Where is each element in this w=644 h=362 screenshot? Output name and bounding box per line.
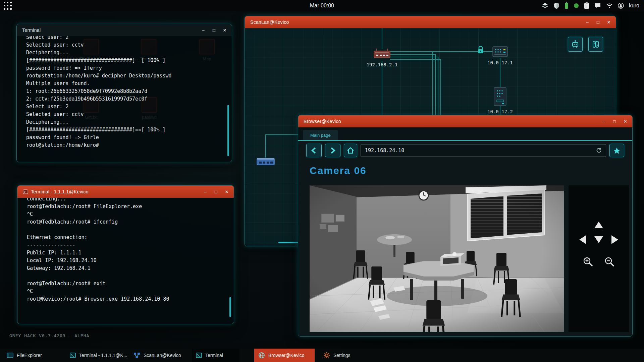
node-ip-label: 192.168.2.1: [362, 62, 402, 67]
battery-icon[interactable]: [565, 2, 569, 9]
minimize-button[interactable]: –: [203, 189, 208, 194]
url-text: 192.168.24.10: [365, 147, 404, 154]
taskbar-item-settings[interactable]: Settings: [319, 349, 355, 362]
taskbar-item-label: Browser@Kevico: [268, 353, 305, 358]
window-titlebar[interactable]: Browser@Kevico – □ ✕: [298, 115, 632, 127]
scan-filter-button[interactable]: [588, 37, 603, 52]
network-node-router[interactable]: 192.168.2.1: [362, 48, 402, 67]
refresh-icon[interactable]: [596, 147, 602, 154]
terminal-line: root@Tedblachu:/root# ifconfig: [27, 218, 234, 226]
app-launcher-button[interactable]: [3, 1, 12, 10]
compare-icon: [591, 40, 600, 49]
zoom-out-button[interactable]: [604, 256, 615, 267]
username-label[interactable]: kuro: [629, 3, 639, 9]
maximize-button[interactable]: □: [212, 28, 216, 33]
server-icon: [492, 46, 508, 57]
user-icon[interactable]: [618, 3, 624, 9]
system-tray: kuro: [542, 2, 644, 9]
taskbar: FileExplorer Terminal - 1.1.1.1@K... Sca…: [0, 349, 644, 362]
shield-icon[interactable]: [553, 2, 559, 9]
taskbar-item-fileexplorer[interactable]: FileExplorer: [3, 349, 46, 362]
window-titlebar[interactable]: ScanLan@Kevico – □ ✕: [245, 16, 616, 28]
window-titlebar[interactable]: Terminal – □ ✕: [17, 24, 232, 36]
maximize-button[interactable]: □: [596, 20, 600, 25]
minimize-button[interactable]: –: [601, 119, 606, 124]
back-button[interactable]: [306, 144, 322, 157]
maximize-button[interactable]: □: [214, 189, 218, 194]
terminal-output[interactable]: Select user: 2 Selected user: cctv Decip…: [17, 36, 232, 162]
clipboard-icon[interactable]: [584, 2, 589, 9]
star-icon: [613, 147, 621, 154]
browser-window: Browser@Kevico – □ ✕ Main page 192.168.2…: [298, 115, 633, 337]
terminal-line: [27, 272, 234, 280]
camera-zoom-row: [569, 256, 629, 267]
maximize-button[interactable]: □: [612, 119, 617, 124]
taskbar-item-label: Terminal: [205, 353, 223, 358]
router-icon: [373, 48, 391, 59]
forward-button[interactable]: [325, 144, 340, 157]
arrow-down-icon: [594, 236, 604, 244]
back-arrow-icon: [310, 147, 318, 154]
terminal-remote-window: Terminal - 1.1.1.1@Kevico – □ ✕ Connecti…: [17, 185, 234, 324]
terminal-line: [27, 226, 234, 234]
terminal-line: ^C: [27, 288, 234, 295]
camera-right-button[interactable]: [607, 232, 623, 247]
scrollbar[interactable]: [227, 105, 229, 156]
terminal-output[interactable]: Connecting... root@Tedblachu:/root# File…: [17, 198, 234, 324]
camera-up-button[interactable]: [591, 218, 607, 232]
taskbar-item-label: FileExplorer: [17, 353, 42, 358]
layers-icon[interactable]: [542, 3, 548, 9]
taskbar-item-terminal-remote[interactable]: Terminal - 1.1.1.1@K...: [66, 349, 131, 362]
gear-icon: [323, 352, 330, 359]
close-button[interactable]: ✕: [224, 189, 229, 194]
taskbar-item-terminal[interactable]: Terminal: [192, 349, 239, 362]
camera-heading: Camera 06: [310, 165, 632, 176]
window-title: Browser@Kevico: [304, 119, 601, 124]
bookmark-button[interactable]: [609, 144, 624, 157]
close-button[interactable]: ✕: [606, 20, 611, 25]
terminal-line: ^C: [27, 210, 234, 218]
file-explorer-icon: [7, 353, 13, 358]
terminal-line: Selected user: cctv: [26, 41, 232, 49]
url-bar[interactable]: 192.168.24.10: [361, 144, 606, 157]
minimize-button[interactable]: –: [585, 20, 590, 25]
minimize-button[interactable]: –: [201, 28, 206, 33]
taskbar-item-label: Terminal - 1.1.1.1@K...: [79, 353, 127, 358]
globe-icon: [258, 352, 265, 359]
terminal-app-icon: [23, 189, 28, 194]
window-controls: – □ ✕: [585, 20, 611, 25]
tab-main-page[interactable]: Main page: [303, 130, 338, 140]
home-button[interactable]: [344, 144, 357, 157]
scrollbar[interactable]: [229, 297, 231, 317]
terminal-line: Connecting...: [27, 198, 234, 203]
network-node-server2[interactable]: 10.0.17.2: [480, 87, 520, 114]
network-node-switch[interactable]: [246, 157, 286, 168]
zoom-out-icon: [604, 256, 615, 267]
terminal-text: Connecting... root@Tedblachu:/root# File…: [27, 198, 234, 303]
terminal-line: root@Tedblachu:/root# FileExplorer.exe: [27, 203, 234, 210]
close-button[interactable]: ✕: [222, 28, 227, 33]
terminal-line: 1: root:26b6633257058de9f70992e8b8b2aa7d: [26, 87, 232, 95]
scan-device-button[interactable]: [568, 37, 583, 52]
terminal-window: Terminal – □ ✕ Select user: 2 Selected u…: [16, 24, 232, 162]
window-title: Terminal: [22, 27, 201, 33]
wifi-icon[interactable]: [606, 3, 613, 8]
window-titlebar[interactable]: Terminal - 1.1.1.1@Kevico – □ ✕: [17, 186, 234, 198]
network-node-server1[interactable]: 10.0.17.1: [480, 46, 520, 65]
window-title: ScanLan@Kevico: [250, 19, 585, 25]
chat-icon[interactable]: [594, 3, 601, 9]
window-controls: – □ ✕: [601, 119, 628, 124]
terminal-line: Gateway: 192.168.24.1: [27, 264, 234, 272]
camera-down-button[interactable]: [591, 232, 607, 247]
close-button[interactable]: ✕: [623, 119, 628, 124]
status-dot-icon[interactable]: [574, 3, 579, 8]
zoom-in-button[interactable]: [583, 256, 593, 267]
camera-left-button[interactable]: [575, 232, 591, 247]
node-ip-label: 10.0.17.1: [480, 60, 520, 65]
taskbar-item-scanlan[interactable]: ScanLan@Kevico: [129, 349, 185, 362]
taskbar-item-browser[interactable]: Browser@Kevico: [254, 349, 315, 362]
terminal-line: password found! => Girle: [26, 134, 232, 141]
terminal-line: password found! => Iferry: [26, 64, 232, 72]
network-icon: [133, 352, 140, 358]
terminal-line: Local IP: 192.168.24.10: [27, 257, 234, 264]
